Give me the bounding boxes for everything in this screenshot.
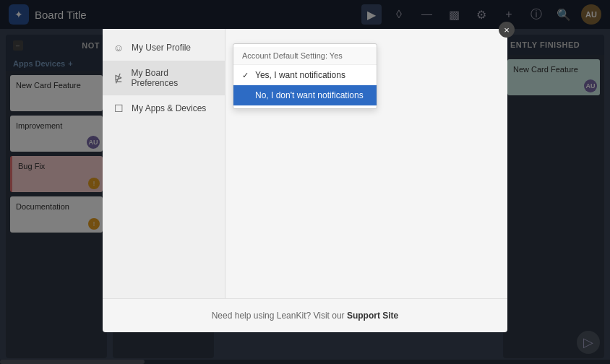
nav-item-board-prefs[interactable]: ⋭ My Board Preferences — [103, 61, 225, 95]
notification-dropdown: Account Default Setting: Yes Yes, I want… — [233, 43, 377, 109]
settings-modal: × ☺ My User Profile ⋭ My Board Preferenc… — [103, 29, 507, 332]
nav-item-board-prefs-label: My Board Preferences — [131, 68, 215, 88]
modal-content-area: assigned or @mentioned Account Default S… — [225, 29, 507, 298]
modal-footer: Need help using LeanKit? Visit our Suppo… — [103, 298, 507, 332]
checkbox-icon: ☐ — [113, 103, 124, 114]
dropdown-item-yes-notify[interactable]: Yes, I want notifications — [233, 65, 377, 85]
person-icon: ☺ — [113, 42, 124, 53]
dropdown-item-no-notify[interactable]: No, I don't want notifications — [233, 85, 377, 105]
nav-item-profile-label: My User Profile — [132, 43, 191, 53]
modal-overlay: × ☺ My User Profile ⋭ My Board Preferenc… — [0, 0, 610, 364]
dropdown-header: Account Default Setting: Yes — [233, 47, 377, 65]
yes-notify-label: Yes, I want notifications — [255, 70, 345, 80]
nav-item-apps-devices[interactable]: ☐ My Apps & Devices — [103, 95, 225, 121]
footer-text: Need help using LeanKit? Visit our — [212, 311, 347, 321]
modal-sidebar: ☺ My User Profile ⋭ My Board Preferences… — [103, 29, 225, 298]
modal-close-button[interactable]: × — [499, 22, 515, 38]
modal-body: ☺ My User Profile ⋭ My Board Preferences… — [103, 29, 507, 298]
no-notify-label: No, I don't want notifications — [255, 90, 364, 100]
nav-item-apps-devices-label: My Apps & Devices — [132, 103, 206, 113]
close-icon: × — [504, 25, 510, 35]
support-site-link[interactable]: Support Site — [347, 311, 398, 321]
grid-icon: ⋭ — [113, 72, 124, 84]
nav-item-profile[interactable]: ☺ My User Profile — [103, 35, 225, 61]
